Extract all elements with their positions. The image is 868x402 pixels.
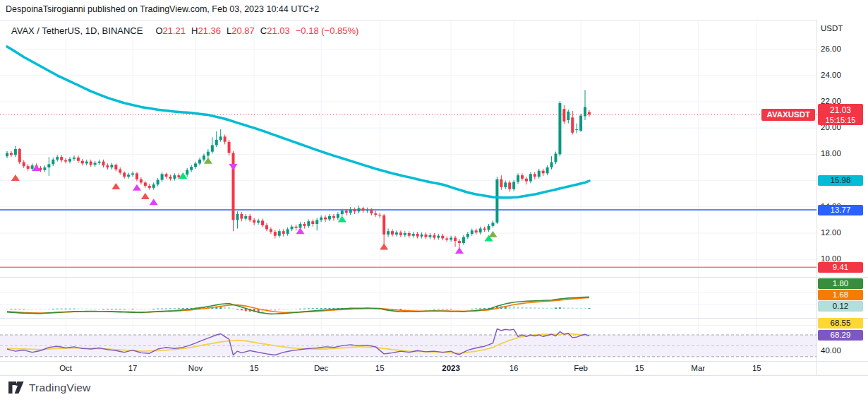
red-level-badge: 9.41 [818, 262, 863, 273]
marker-triangle-up [455, 247, 464, 254]
ma-value-badge: 15.98 [818, 175, 863, 186]
marker-triangle-up [111, 183, 120, 189]
time-axis-divider [0, 361, 868, 362]
rsi-ma-badge: 68.55 [818, 318, 863, 329]
macd-signal-badge: 1.68 [818, 290, 863, 300]
marker-triangle-up [11, 175, 20, 181]
panel-divider-macd[interactable] [0, 277, 868, 278]
macd-line-badge: 1.80 [818, 278, 863, 289]
chart-legend[interactable]: AVAX / TetherUS, 1D, BINANCEO21.21H21.36… [11, 25, 358, 36]
tradingview-attribution[interactable]: TradingView [8, 381, 91, 394]
scale-divider [816, 20, 817, 375]
time-tick: Nov [188, 364, 203, 372]
open-label: O [155, 25, 162, 36]
currency-label: USDT [821, 24, 843, 32]
symbol-price-flag: AVAXUSDT [761, 109, 815, 121]
marker-triangle-up [380, 244, 388, 250]
last-price-value: 21.03 [818, 105, 863, 115]
legend-symbol[interactable]: AVAX / TetherUS, 1D, BINANCE [11, 25, 143, 36]
bottom-divider [0, 375, 868, 376]
price-levels [0, 114, 816, 267]
candles-layer [6, 90, 591, 248]
marker-triangle-up [488, 231, 497, 237]
tradingview-published-chart: { "header": { "title": "DespoinaTsirogia… [0, 0, 868, 402]
marker-triangle-up [296, 227, 304, 234]
macd-panel [6, 297, 591, 314]
rsi-value-badge: 68.29 [818, 330, 863, 341]
open-value: 21.21 [163, 25, 186, 36]
change-value: −0.18 (−0.85%) [296, 25, 359, 36]
gridlines [0, 21, 816, 361]
bar-countdown: 15:15:15 [818, 115, 863, 125]
header-divider [0, 20, 868, 20]
price-tick: 24.00 [821, 71, 841, 79]
moving-average-line [7, 47, 589, 198]
chart-canvas[interactable] [0, 0, 868, 402]
price-tick: 12.00 [821, 228, 841, 237]
rsi-panel [0, 329, 816, 357]
tradingview-logo-icon [8, 381, 24, 394]
time-tick: 15 [375, 364, 385, 372]
price-tick: 18.00 [821, 149, 841, 158]
last-price-badge: 21.03 15:15:15 [818, 104, 863, 125]
macd-main-line [7, 297, 589, 314]
tradingview-brand-text: TradingView [29, 382, 91, 394]
low-value: 20.87 [231, 25, 255, 36]
time-tick: Mar [691, 364, 705, 372]
time-tick: 17 [128, 364, 138, 372]
publish-header: DespoinaTsirogianni published on Trading… [6, 4, 319, 14]
time-tick: 15 [250, 364, 259, 372]
marker-triangle-up [141, 193, 150, 199]
time-tick: Dec [314, 364, 328, 372]
time-tick: 2023 [442, 364, 460, 372]
close-value: 21.03 [267, 25, 290, 36]
time-tick: Feb [574, 364, 588, 372]
blue-level-badge: 13.77 [818, 205, 863, 215]
high-value: 21.36 [198, 25, 221, 36]
time-tick: 16 [510, 364, 519, 372]
time-tick: 15 [752, 364, 761, 372]
marker-triangle-up [150, 199, 158, 205]
panel-divider-rsi[interactable] [0, 318, 868, 319]
time-tick: Oct [59, 364, 72, 372]
marker-triangle-up [133, 184, 141, 191]
macd-hist-badge: 0.12 [818, 301, 863, 312]
time-tick: 15 [635, 364, 644, 372]
rsi-tick-40: 40.00 [821, 346, 841, 355]
price-tick: 26.00 [821, 45, 841, 53]
close-label: C [260, 25, 267, 36]
marker-triangle-down [229, 164, 237, 170]
